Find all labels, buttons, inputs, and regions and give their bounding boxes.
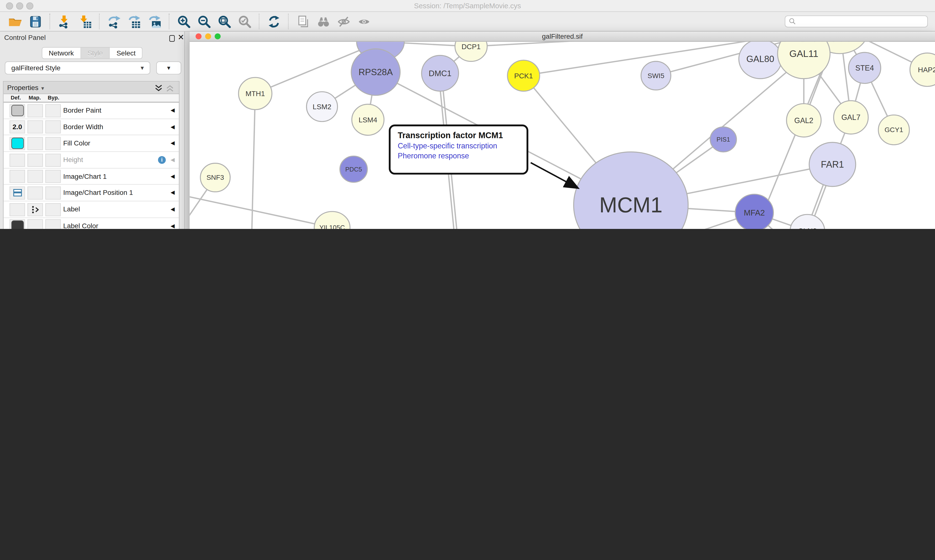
node-label: LSM2 bbox=[313, 103, 332, 111]
property-cell[interactable] bbox=[9, 137, 25, 150]
network-window-title: galFiltered.sif bbox=[190, 33, 935, 40]
network-canvas[interactable]: DCP1RPS28ADMC1PCK1SWI5GAL80GAL11STE4HAP2… bbox=[190, 42, 935, 229]
apply-layout-button[interactable] bbox=[265, 13, 282, 30]
zoom-out-button[interactable] bbox=[195, 13, 213, 30]
property-label: Label bbox=[63, 206, 80, 212]
search-input[interactable] bbox=[785, 15, 928, 28]
property-cell[interactable] bbox=[45, 203, 61, 216]
save-session-button[interactable] bbox=[26, 13, 44, 30]
control-panel-header: Control Panel ✕ bbox=[0, 32, 184, 45]
zoom-fit-button[interactable] bbox=[215, 13, 233, 30]
session-title: Session: /Temp/SampleMovie.cys bbox=[0, 2, 935, 10]
node-label: LSM4 bbox=[359, 116, 377, 124]
node-label: HAP2 bbox=[918, 66, 935, 74]
property-cell[interactable] bbox=[9, 186, 25, 200]
property-cell[interactable] bbox=[45, 137, 61, 150]
property-cell[interactable] bbox=[9, 203, 25, 216]
node-label: DCP1 bbox=[462, 43, 481, 51]
tab-style[interactable]: Style bbox=[81, 47, 110, 59]
property-cell[interactable] bbox=[45, 219, 61, 229]
expand-property-icon[interactable]: ◀ bbox=[171, 190, 175, 195]
clone-network-button bbox=[294, 13, 312, 30]
expand-property-icon[interactable]: ◀ bbox=[171, 140, 175, 146]
property-cell[interactable] bbox=[45, 170, 61, 183]
export-network-button[interactable] bbox=[105, 13, 123, 30]
properties-header: Properties ▼ bbox=[4, 82, 179, 94]
property-label: Border Width bbox=[63, 123, 103, 130]
network-window: galFiltered.sif DCP1RPS28ADMC1PCK1SWI5GA… bbox=[190, 32, 935, 229]
property-row-label[interactable]: Label◀ bbox=[4, 202, 179, 218]
property-cell[interactable] bbox=[28, 137, 43, 150]
expand-all-icon[interactable] bbox=[154, 83, 164, 93]
toolbar-separator bbox=[288, 14, 289, 29]
open-session-button[interactable] bbox=[6, 13, 24, 30]
properties-title: Properties bbox=[7, 84, 38, 91]
expand-property-icon[interactable]: ◀ bbox=[171, 223, 175, 228]
property-cell[interactable] bbox=[28, 186, 43, 200]
import-table-button[interactable] bbox=[76, 13, 94, 30]
property-cell[interactable] bbox=[28, 203, 43, 216]
property-cell[interactable] bbox=[45, 154, 61, 167]
properties-columns: Def.Map.Byp. bbox=[4, 94, 179, 102]
tab-network[interactable]: Network bbox=[42, 47, 81, 59]
property-cell[interactable]: 2.0 bbox=[9, 120, 25, 134]
control-panel-tabs: NetworkStyleSelect bbox=[0, 47, 184, 59]
property-row-image-chart-position-1[interactable]: Image/Chart Position 1◀ bbox=[4, 185, 179, 202]
property-cell[interactable] bbox=[9, 219, 25, 229]
node-label: GAL80 bbox=[746, 54, 774, 64]
toolbar-separator bbox=[49, 14, 50, 29]
system-titlebar: Session: /Temp/SampleMovie.cys bbox=[0, 0, 935, 12]
collapse-all-icon[interactable] bbox=[165, 83, 174, 93]
network-node-cln3[interactable] bbox=[790, 215, 825, 229]
export-image-button[interactable] bbox=[146, 13, 164, 30]
column-header-def: Def. bbox=[11, 95, 21, 100]
property-row-height[interactable]: Heighti◀ bbox=[4, 152, 179, 169]
expand-property-icon[interactable]: ◀ bbox=[171, 124, 175, 130]
expand-property-icon[interactable]: ◀ bbox=[171, 107, 175, 113]
property-cell[interactable] bbox=[45, 186, 61, 200]
style-select[interactable]: galFiltered Style ▼ bbox=[5, 61, 150, 74]
style-options-button[interactable]: ▼ bbox=[156, 61, 181, 74]
node-label: FAR1 bbox=[821, 159, 844, 169]
export-table-button[interactable] bbox=[125, 13, 143, 30]
chevron-down-icon[interactable]: ▼ bbox=[40, 86, 45, 91]
control-panel-title: Control Panel bbox=[4, 34, 46, 41]
property-row-border-paint[interactable]: Border Paint◀ bbox=[4, 102, 179, 119]
expand-property-icon[interactable]: ◀ bbox=[171, 206, 175, 212]
properties-panel: Properties ▼ Def.Map.Byp. Border Paint◀2… bbox=[3, 81, 179, 229]
node-label: DMC1 bbox=[429, 69, 452, 78]
property-cell[interactable] bbox=[9, 154, 25, 167]
close-panel-icon[interactable]: ✕ bbox=[178, 33, 184, 42]
properties-rows: Border Paint◀2.0Border Width◀Fill Color◀… bbox=[4, 102, 179, 229]
node-label: GCY1 bbox=[885, 126, 903, 134]
property-cell[interactable] bbox=[9, 170, 25, 183]
property-cell[interactable] bbox=[45, 120, 61, 134]
property-cell[interactable] bbox=[28, 104, 43, 117]
property-cell[interactable] bbox=[28, 154, 43, 167]
property-row-fill-color[interactable]: Fill Color◀ bbox=[4, 135, 179, 152]
property-row-border-width[interactable]: 2.0Border Width◀ bbox=[4, 119, 179, 135]
expand-property-icon[interactable]: ◀ bbox=[171, 157, 175, 163]
property-cell[interactable] bbox=[28, 120, 43, 134]
node-label: MCM1 bbox=[599, 193, 662, 217]
search-field[interactable] bbox=[797, 17, 924, 26]
network-node-mcm1[interactable] bbox=[574, 152, 688, 229]
expand-property-icon[interactable]: ◀ bbox=[171, 173, 175, 179]
property-cell[interactable] bbox=[45, 104, 61, 117]
property-cell[interactable] bbox=[9, 104, 25, 117]
property-cell[interactable] bbox=[28, 170, 43, 183]
zoom-in-button[interactable] bbox=[175, 13, 193, 30]
annotation-box[interactable]: Transcription factor MCM1 Cell-type-spec… bbox=[389, 125, 528, 175]
property-cell[interactable] bbox=[28, 219, 43, 229]
toolbar-separator bbox=[259, 14, 259, 29]
tab-select[interactable]: Select bbox=[110, 47, 143, 59]
property-row-label-color[interactable]: Label Color◀ bbox=[4, 218, 179, 229]
annotation-link[interactable]: Cell-type-specific transcription bbox=[398, 142, 526, 150]
import-network-button[interactable] bbox=[56, 13, 73, 30]
toolbar-separator bbox=[99, 14, 100, 29]
annotation-link[interactable]: Pheromone response bbox=[398, 152, 526, 160]
property-label: Height bbox=[63, 156, 83, 163]
node-label: STE4 bbox=[855, 64, 874, 72]
property-row-image-chart-1[interactable]: Image/Chart 1◀ bbox=[4, 168, 179, 185]
float-panel-icon[interactable] bbox=[170, 35, 175, 42]
